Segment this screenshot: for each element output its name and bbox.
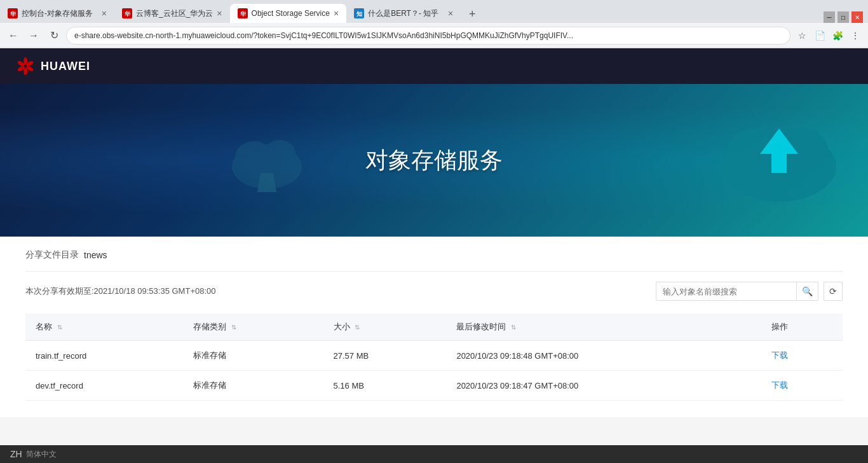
col-last-modified-sort-icon[interactable]: ⇅ [511, 324, 516, 331]
col-last-modified-label: 最后修改时间 [456, 322, 506, 331]
tab3-label: Object Storage Service [252, 9, 330, 18]
search-button[interactable]: 🔍 [796, 282, 818, 300]
huawei-logo: HUAWEI [15, 56, 90, 76]
cell-storage-type-1: 标准存储 [183, 371, 323, 401]
search-input[interactable] [656, 283, 796, 300]
cell-size-1: 5.16 MB [323, 371, 447, 401]
table-header-row: 名称 ⇅ 存储类别 ⇅ 大小 ⇅ 最后修改时间 ⇅ [25, 314, 843, 341]
col-name-sort-icon[interactable]: ⇅ [57, 324, 62, 331]
tab1-label: 控制台-对象存储服务 [22, 8, 98, 19]
svg-point-11 [24, 67, 27, 75]
footer-language: 简体中文 [26, 449, 57, 460]
col-size-label: 大小 [334, 322, 350, 331]
svg-point-8 [24, 57, 27, 65]
hero-banner: 对象存储服务 [0, 84, 868, 237]
expiry-text: 本次分享有效期至:2021/10/18 09:53:35 GMT+08:00 [25, 286, 216, 297]
back-button[interactable]: ← [5, 27, 22, 44]
reload-button[interactable]: ↻ [46, 27, 62, 44]
tab-bar: 华 控制台-对象存储服务 × 华 云博客_云社区_华为云 × 华 Object … [0, 0, 868, 23]
search-area: 🔍 ⟳ [656, 282, 843, 301]
cell-last-modified-0: 2020/10/23 09:18:48 GMT+08:00 [446, 341, 761, 371]
svg-text:华: 华 [239, 11, 246, 17]
tab4-label: 什么是BERT？- 知乎 [368, 8, 444, 19]
cell-action-1: 下载 [761, 371, 843, 401]
breadcrumb-label: 分享文件目录 [25, 249, 79, 261]
svg-text:华: 华 [10, 11, 17, 17]
cell-last-modified-1: 2020/10/23 09:18:47 GMT+08:00 [446, 371, 761, 401]
col-action: 操作 [761, 314, 843, 341]
svg-text:华: 华 [124, 11, 131, 17]
search-box: 🔍 [656, 282, 818, 301]
cell-action-0: 下载 [761, 341, 843, 371]
tab2-close[interactable]: × [217, 8, 222, 18]
refresh-button[interactable]: ⟳ [824, 282, 843, 301]
col-size-sort-icon[interactable]: ⇅ [355, 324, 360, 331]
cell-storage-type-0: 标准存储 [183, 341, 323, 371]
col-storage-sort-icon[interactable]: ⇅ [231, 324, 236, 331]
download-link-0[interactable]: 下载 [771, 350, 788, 360]
bookmark-button[interactable]: ☆ [794, 28, 810, 43]
page-content: HUAWEI 对象存储服务 分享文件目录 tnews [0, 48, 868, 417]
svg-text:知: 知 [356, 11, 362, 17]
col-storage-type-label: 存储类别 [193, 322, 226, 331]
download-link-1[interactable]: 下载 [771, 380, 788, 390]
col-action-label: 操作 [771, 322, 788, 331]
address-input[interactable] [66, 27, 790, 45]
col-last-modified: 最后修改时间 ⇅ [446, 314, 761, 341]
cloud-decoration-left [229, 128, 305, 192]
huawei-logo-icon [15, 56, 36, 76]
tab2-favicon: 华 [122, 8, 132, 18]
file-table: 名称 ⇅ 存储类别 ⇅ 大小 ⇅ 最后修改时间 ⇅ [25, 314, 843, 401]
tab-4[interactable]: 知 什么是BERT？- 知乎 × [346, 4, 461, 23]
forward-button[interactable]: → [25, 27, 42, 44]
table-row: train.tf_record 标准存储 27.57 MB 2020/10/23… [25, 341, 843, 371]
col-storage-type: 存储类别 ⇅ [183, 314, 323, 341]
maximize-button[interactable]: □ [837, 11, 849, 23]
browser-actions: ☆ 📄 🧩 ⋮ [794, 28, 863, 43]
col-size: 大小 ⇅ [323, 314, 447, 341]
tab4-close[interactable]: × [448, 8, 453, 18]
hero-title: 对象存储服务 [365, 145, 503, 176]
new-tab-button[interactable]: + [463, 5, 481, 23]
cell-size-0: 27.57 MB [323, 341, 447, 371]
pdf-button[interactable]: 📄 [812, 28, 827, 43]
svg-marker-17 [257, 173, 276, 192]
browser-chrome: 华 控制台-对象存储服务 × 华 云博客_云社区_华为云 × 华 Object … [0, 0, 868, 48]
window-controls: ─ □ ✕ [824, 11, 868, 23]
tab1-close[interactable]: × [102, 8, 107, 18]
breadcrumb: 分享文件目录 tnews [25, 249, 843, 261]
logo-text: HUAWEI [41, 60, 90, 73]
tab1-favicon: 华 [8, 8, 18, 18]
cell-name-0: train.tf_record [25, 341, 183, 371]
divider [25, 271, 843, 272]
extension-button[interactable]: 🧩 [830, 28, 845, 43]
svg-point-16 [264, 140, 295, 168]
tab-1[interactable]: 华 控制台-对象存储服务 × [0, 4, 114, 23]
tab-3[interactable]: 华 Object Storage Service × [230, 4, 347, 23]
col-name: 名称 ⇅ [25, 314, 183, 341]
site-header: HUAWEI [0, 48, 868, 84]
table-row: dev.tf_record 标准存储 5.16 MB 2020/10/23 09… [25, 371, 843, 401]
cell-name-1: dev.tf_record [25, 371, 183, 401]
tab2-label: 云博客_云社区_华为云 [136, 8, 213, 19]
address-bar-row: ← → ↻ ☆ 📄 🧩 ⋮ [0, 23, 868, 48]
tab-2[interactable]: 华 云博客_云社区_华为云 × [114, 4, 230, 23]
tab4-favicon: 知 [354, 8, 364, 18]
col-name-label: 名称 [36, 322, 52, 331]
tab3-favicon: 华 [238, 8, 248, 18]
tab3-close[interactable]: × [334, 8, 339, 18]
close-button[interactable]: ✕ [851, 11, 863, 23]
file-section: 分享文件目录 tnews 本次分享有效期至:2021/10/18 09:53:3… [0, 237, 868, 413]
language-icon: ZH [10, 449, 22, 459]
site-footer: ZH 简体中文 [0, 445, 868, 463]
meta-row: 本次分享有效期至:2021/10/18 09:53:35 GMT+08:00 🔍… [25, 282, 843, 301]
minimize-button[interactable]: ─ [824, 11, 835, 23]
cloud-decoration-right [715, 109, 843, 211]
breadcrumb-value: tnews [84, 250, 107, 260]
more-button[interactable]: ⋮ [848, 28, 863, 43]
